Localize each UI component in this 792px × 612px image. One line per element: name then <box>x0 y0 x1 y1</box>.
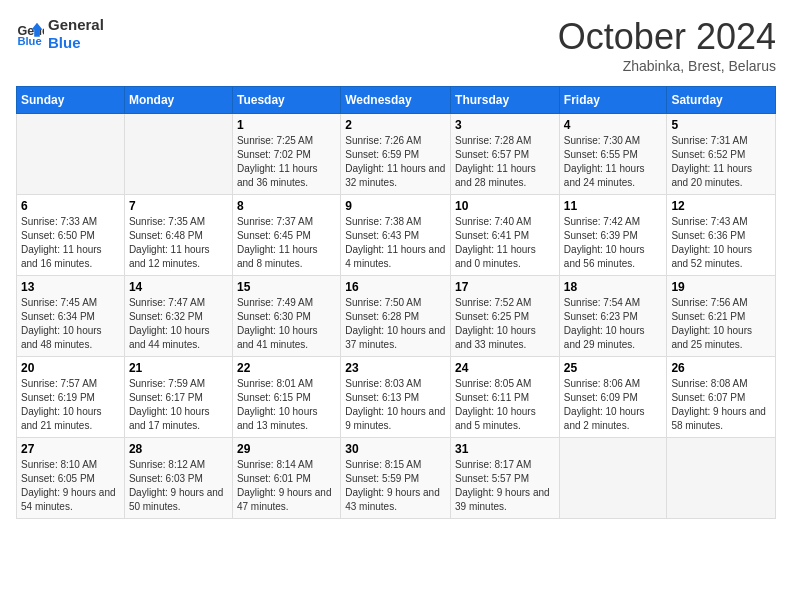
day-cell <box>17 114 125 195</box>
day-info: Sunrise: 7:38 AM Sunset: 6:43 PM Dayligh… <box>345 215 446 271</box>
sunset-text: Sunset: 6:09 PM <box>564 391 663 405</box>
sunset-text: Sunset: 6:45 PM <box>237 229 336 243</box>
sunset-text: Sunset: 6:55 PM <box>564 148 663 162</box>
sunrise-text: Sunrise: 8:10 AM <box>21 458 120 472</box>
day-cell: 2 Sunrise: 7:26 AM Sunset: 6:59 PM Dayli… <box>341 114 451 195</box>
day-cell: 21 Sunrise: 7:59 AM Sunset: 6:17 PM Dayl… <box>124 357 232 438</box>
day-info: Sunrise: 7:28 AM Sunset: 6:57 PM Dayligh… <box>455 134 555 190</box>
sunrise-text: Sunrise: 7:42 AM <box>564 215 663 229</box>
daylight-text: Daylight: 11 hours and 0 minutes. <box>455 243 555 271</box>
col-monday: Monday <box>124 87 232 114</box>
logo-icon: General Blue <box>16 20 44 48</box>
day-number: 12 <box>671 199 771 213</box>
day-cell <box>559 438 667 519</box>
day-number: 15 <box>237 280 336 294</box>
daylight-text: Daylight: 10 hours and 5 minutes. <box>455 405 555 433</box>
daylight-text: Daylight: 11 hours and 4 minutes. <box>345 243 446 271</box>
sunrise-text: Sunrise: 7:35 AM <box>129 215 228 229</box>
day-cell: 6 Sunrise: 7:33 AM Sunset: 6:50 PM Dayli… <box>17 195 125 276</box>
day-cell: 11 Sunrise: 7:42 AM Sunset: 6:39 PM Dayl… <box>559 195 667 276</box>
sunrise-text: Sunrise: 7:28 AM <box>455 134 555 148</box>
day-number: 18 <box>564 280 663 294</box>
week-row-4: 20 Sunrise: 7:57 AM Sunset: 6:19 PM Dayl… <box>17 357 776 438</box>
day-cell: 10 Sunrise: 7:40 AM Sunset: 6:41 PM Dayl… <box>451 195 560 276</box>
sunrise-text: Sunrise: 7:47 AM <box>129 296 228 310</box>
sunset-text: Sunset: 6:50 PM <box>21 229 120 243</box>
sunset-text: Sunset: 7:02 PM <box>237 148 336 162</box>
sunset-text: Sunset: 6:59 PM <box>345 148 446 162</box>
day-info: Sunrise: 8:17 AM Sunset: 5:57 PM Dayligh… <box>455 458 555 514</box>
day-number: 3 <box>455 118 555 132</box>
day-number: 11 <box>564 199 663 213</box>
day-number: 6 <box>21 199 120 213</box>
daylight-text: Daylight: 10 hours and 48 minutes. <box>21 324 120 352</box>
daylight-text: Daylight: 10 hours and 17 minutes. <box>129 405 228 433</box>
day-info: Sunrise: 7:43 AM Sunset: 6:36 PM Dayligh… <box>671 215 771 271</box>
sunset-text: Sunset: 6:05 PM <box>21 472 120 486</box>
sunset-text: Sunset: 6:25 PM <box>455 310 555 324</box>
sunset-text: Sunset: 6:28 PM <box>345 310 446 324</box>
day-cell: 9 Sunrise: 7:38 AM Sunset: 6:43 PM Dayli… <box>341 195 451 276</box>
sunrise-text: Sunrise: 7:59 AM <box>129 377 228 391</box>
sunrise-text: Sunrise: 7:49 AM <box>237 296 336 310</box>
daylight-text: Daylight: 9 hours and 39 minutes. <box>455 486 555 514</box>
day-info: Sunrise: 7:30 AM Sunset: 6:55 PM Dayligh… <box>564 134 663 190</box>
sunrise-text: Sunrise: 7:38 AM <box>345 215 446 229</box>
sunrise-text: Sunrise: 7:57 AM <box>21 377 120 391</box>
sunset-text: Sunset: 6:36 PM <box>671 229 771 243</box>
daylight-text: Daylight: 9 hours and 50 minutes. <box>129 486 228 514</box>
day-cell: 13 Sunrise: 7:45 AM Sunset: 6:34 PM Dayl… <box>17 276 125 357</box>
day-cell: 7 Sunrise: 7:35 AM Sunset: 6:48 PM Dayli… <box>124 195 232 276</box>
sunrise-text: Sunrise: 7:43 AM <box>671 215 771 229</box>
day-info: Sunrise: 8:12 AM Sunset: 6:03 PM Dayligh… <box>129 458 228 514</box>
sunrise-text: Sunrise: 8:15 AM <box>345 458 446 472</box>
day-info: Sunrise: 7:59 AM Sunset: 6:17 PM Dayligh… <box>129 377 228 433</box>
sunrise-text: Sunrise: 8:05 AM <box>455 377 555 391</box>
day-number: 24 <box>455 361 555 375</box>
day-info: Sunrise: 7:49 AM Sunset: 6:30 PM Dayligh… <box>237 296 336 352</box>
daylight-text: Daylight: 9 hours and 58 minutes. <box>671 405 771 433</box>
day-info: Sunrise: 7:26 AM Sunset: 6:59 PM Dayligh… <box>345 134 446 190</box>
day-info: Sunrise: 8:03 AM Sunset: 6:13 PM Dayligh… <box>345 377 446 433</box>
day-info: Sunrise: 7:50 AM Sunset: 6:28 PM Dayligh… <box>345 296 446 352</box>
sunset-text: Sunset: 6:17 PM <box>129 391 228 405</box>
week-row-3: 13 Sunrise: 7:45 AM Sunset: 6:34 PM Dayl… <box>17 276 776 357</box>
day-number: 4 <box>564 118 663 132</box>
sunset-text: Sunset: 6:19 PM <box>21 391 120 405</box>
sunset-text: Sunset: 6:34 PM <box>21 310 120 324</box>
sunset-text: Sunset: 6:07 PM <box>671 391 771 405</box>
col-tuesday: Tuesday <box>232 87 340 114</box>
day-number: 14 <box>129 280 228 294</box>
sunrise-text: Sunrise: 7:30 AM <box>564 134 663 148</box>
day-cell: 8 Sunrise: 7:37 AM Sunset: 6:45 PM Dayli… <box>232 195 340 276</box>
day-number: 30 <box>345 442 446 456</box>
day-info: Sunrise: 7:56 AM Sunset: 6:21 PM Dayligh… <box>671 296 771 352</box>
daylight-text: Daylight: 10 hours and 9 minutes. <box>345 405 446 433</box>
day-info: Sunrise: 8:06 AM Sunset: 6:09 PM Dayligh… <box>564 377 663 433</box>
daylight-text: Daylight: 10 hours and 29 minutes. <box>564 324 663 352</box>
col-friday: Friday <box>559 87 667 114</box>
day-cell: 26 Sunrise: 8:08 AM Sunset: 6:07 PM Dayl… <box>667 357 776 438</box>
day-info: Sunrise: 7:45 AM Sunset: 6:34 PM Dayligh… <box>21 296 120 352</box>
daylight-text: Daylight: 10 hours and 33 minutes. <box>455 324 555 352</box>
day-cell: 23 Sunrise: 8:03 AM Sunset: 6:13 PM Dayl… <box>341 357 451 438</box>
daylight-text: Daylight: 10 hours and 37 minutes. <box>345 324 446 352</box>
daylight-text: Daylight: 11 hours and 16 minutes. <box>21 243 120 271</box>
sunset-text: Sunset: 6:32 PM <box>129 310 228 324</box>
sunset-text: Sunset: 5:57 PM <box>455 472 555 486</box>
col-saturday: Saturday <box>667 87 776 114</box>
day-cell: 3 Sunrise: 7:28 AM Sunset: 6:57 PM Dayli… <box>451 114 560 195</box>
sunrise-text: Sunrise: 7:54 AM <box>564 296 663 310</box>
day-cell: 24 Sunrise: 8:05 AM Sunset: 6:11 PM Dayl… <box>451 357 560 438</box>
sunset-text: Sunset: 6:13 PM <box>345 391 446 405</box>
daylight-text: Daylight: 10 hours and 13 minutes. <box>237 405 336 433</box>
day-info: Sunrise: 8:05 AM Sunset: 6:11 PM Dayligh… <box>455 377 555 433</box>
sunset-text: Sunset: 6:23 PM <box>564 310 663 324</box>
daylight-text: Daylight: 10 hours and 44 minutes. <box>129 324 228 352</box>
day-cell: 30 Sunrise: 8:15 AM Sunset: 5:59 PM Dayl… <box>341 438 451 519</box>
day-cell: 28 Sunrise: 8:12 AM Sunset: 6:03 PM Dayl… <box>124 438 232 519</box>
daylight-text: Daylight: 11 hours and 12 minutes. <box>129 243 228 271</box>
sunrise-text: Sunrise: 8:12 AM <box>129 458 228 472</box>
day-info: Sunrise: 8:10 AM Sunset: 6:05 PM Dayligh… <box>21 458 120 514</box>
day-cell: 1 Sunrise: 7:25 AM Sunset: 7:02 PM Dayli… <box>232 114 340 195</box>
